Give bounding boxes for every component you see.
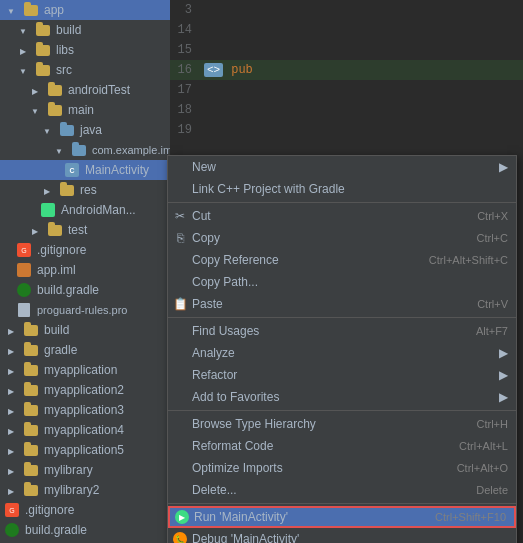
tree-label: app.iml bbox=[37, 263, 76, 277]
submenu-arrow-icon: ▶ bbox=[499, 368, 508, 382]
tree-item-gitignore2[interactable]: G .gitignore bbox=[0, 500, 170, 520]
context-menu: New ▶ Link C++ Project with Gradle ✂ Cut… bbox=[167, 155, 517, 543]
menu-label: Copy Path... bbox=[192, 275, 258, 289]
tree-item-build[interactable]: build bbox=[0, 20, 170, 40]
menu-label: Paste bbox=[192, 297, 223, 311]
menu-label: Reformat Code bbox=[192, 439, 273, 453]
menu-item-delete[interactable]: Delete... Delete bbox=[168, 479, 516, 501]
tree-label: mylibrary bbox=[44, 463, 93, 477]
tree-item-test[interactable]: test bbox=[0, 220, 170, 240]
tree-item-src[interactable]: src bbox=[0, 60, 170, 80]
tree-item-myapp4[interactable]: myapplication4 bbox=[0, 420, 170, 440]
tree-item-buildgradle2[interactable]: build.gradle bbox=[0, 520, 170, 540]
tree-item-mainactivity[interactable]: C MainActivity bbox=[0, 160, 170, 180]
menu-item-optimize-imports[interactable]: Optimize Imports Ctrl+Alt+O bbox=[168, 457, 516, 479]
tree-item-gradle[interactable]: gradle bbox=[0, 340, 170, 360]
menu-item-analyze[interactable]: Analyze ▶ bbox=[168, 342, 516, 364]
menu-label: Debug 'MainActivity' bbox=[192, 532, 299, 543]
tree-item-java[interactable]: java bbox=[0, 120, 170, 140]
tree-item-androidtest[interactable]: androidTest bbox=[0, 80, 170, 100]
tree-item-mylib2[interactable]: mylibrary2 bbox=[0, 480, 170, 500]
submenu-arrow-icon: ▶ bbox=[499, 346, 508, 360]
menu-item-reformat[interactable]: Reformat Code Ctrl+Alt+L bbox=[168, 435, 516, 457]
tree-item-app[interactable]: app bbox=[0, 0, 170, 20]
menu-item-run[interactable]: ▶ Run 'MainActivity' Ctrl+Shift+F10 bbox=[168, 506, 516, 528]
code-line-19: 19 bbox=[170, 120, 523, 140]
folder-color-icon bbox=[59, 122, 75, 138]
folder-color-icon bbox=[23, 342, 39, 358]
folder-closed-icon bbox=[16, 42, 32, 58]
menu-label: Analyze bbox=[192, 346, 235, 360]
menu-separator bbox=[168, 317, 516, 318]
folder-color-icon bbox=[23, 402, 39, 418]
menu-item-link-cpp[interactable]: Link C++ Project with Gradle bbox=[168, 178, 516, 200]
folder-closed-icon bbox=[40, 182, 56, 198]
menu-item-browse-hierarchy[interactable]: Browse Type Hierarchy Ctrl+H bbox=[168, 413, 516, 435]
shortcut-label: Delete bbox=[476, 484, 508, 496]
menu-item-add-favorites[interactable]: Add to Favorites ▶ bbox=[168, 386, 516, 408]
tree-label: java bbox=[80, 123, 102, 137]
menu-label: Delete... bbox=[192, 483, 237, 497]
tree-item-gitignore1[interactable]: G .gitignore bbox=[0, 240, 170, 260]
tree-item-main[interactable]: main bbox=[0, 100, 170, 120]
menu-item-paste[interactable]: 📋 Paste Ctrl+V bbox=[168, 293, 516, 315]
menu-label: Link C++ Project with Gradle bbox=[192, 182, 345, 196]
iml-icon bbox=[16, 262, 32, 278]
folder-color-icon bbox=[47, 82, 63, 98]
menu-separator bbox=[168, 503, 516, 504]
folder-closed-icon bbox=[4, 382, 20, 398]
folder-color-icon bbox=[23, 442, 39, 458]
folder-open-icon bbox=[40, 122, 56, 138]
tree-label: gradle bbox=[44, 343, 77, 357]
code-line-14: 14 bbox=[170, 20, 523, 40]
tree-label: main bbox=[68, 103, 94, 117]
menu-label: Copy Reference bbox=[192, 253, 279, 267]
shortcut-label: Ctrl+Alt+L bbox=[459, 440, 508, 452]
folder-open-icon bbox=[16, 22, 32, 38]
tree-item-res[interactable]: res bbox=[0, 180, 170, 200]
menu-item-debug[interactable]: 🐛 Debug 'MainActivity' bbox=[168, 528, 516, 543]
menu-item-copy-path[interactable]: Copy Path... bbox=[168, 271, 516, 293]
tree-label: test bbox=[68, 223, 87, 237]
tree-label: mylibrary2 bbox=[44, 483, 99, 497]
tree-item-proguard[interactable]: proguard-rules.pro bbox=[0, 300, 170, 320]
code-line-16: 16 <> pub bbox=[170, 60, 523, 80]
tree-item-buildgradle1[interactable]: build.gradle bbox=[0, 280, 170, 300]
tree-item-myapp3[interactable]: myapplication3 bbox=[0, 400, 170, 420]
menu-label: Add to Favorites bbox=[192, 390, 279, 404]
menu-item-copy[interactable]: ⎘ Copy Ctrl+C bbox=[168, 227, 516, 249]
menu-label: Run 'MainActivity' bbox=[194, 510, 288, 524]
android-manifest-icon bbox=[40, 202, 56, 218]
menu-item-cut[interactable]: ✂ Cut Ctrl+X bbox=[168, 205, 516, 227]
tree-label: MainActivity bbox=[85, 163, 149, 177]
folder-color-icon bbox=[23, 2, 39, 18]
tree-item-myapp2[interactable]: myapplication2 bbox=[0, 380, 170, 400]
menu-item-new[interactable]: New ▶ bbox=[168, 156, 516, 178]
tree-item-myapp1[interactable]: myapplication bbox=[0, 360, 170, 380]
folder-color-icon bbox=[23, 422, 39, 438]
tree-item-libs[interactable]: libs bbox=[0, 40, 170, 60]
tree-label: build bbox=[56, 23, 81, 37]
tree-item-appiml[interactable]: app.iml bbox=[0, 260, 170, 280]
tree-label: myapplication2 bbox=[44, 383, 124, 397]
tree-item-androidman[interactable]: AndroidMan... bbox=[0, 200, 170, 220]
menu-item-copy-reference[interactable]: Copy Reference Ctrl+Alt+Shift+C bbox=[168, 249, 516, 271]
menu-item-find-usages[interactable]: Find Usages Alt+F7 bbox=[168, 320, 516, 342]
tree-item-mylib1[interactable]: mylibrary bbox=[0, 460, 170, 480]
line-icon: <> bbox=[204, 63, 223, 77]
code-line-17: 17 bbox=[170, 80, 523, 100]
tree-label: .gitignore bbox=[25, 503, 74, 517]
folder-open-icon bbox=[28, 102, 44, 118]
line-num: 18 bbox=[170, 103, 200, 117]
git-icon: G bbox=[16, 242, 32, 258]
line-num: 14 bbox=[170, 23, 200, 37]
folder-closed-icon bbox=[4, 342, 20, 358]
tree-item-package[interactable]: com.example.imooc_tset_dialog bbox=[0, 140, 170, 160]
menu-item-refactor[interactable]: Refactor ▶ bbox=[168, 364, 516, 386]
tree-label: .gitignore bbox=[37, 243, 86, 257]
folder-closed-icon bbox=[4, 482, 20, 498]
tree-item-build2[interactable]: build bbox=[0, 320, 170, 340]
code-line-18: 18 bbox=[170, 100, 523, 120]
tree-item-myapp5[interactable]: myapplication5 bbox=[0, 440, 170, 460]
shortcut-label: Ctrl+Shift+F10 bbox=[435, 511, 506, 523]
